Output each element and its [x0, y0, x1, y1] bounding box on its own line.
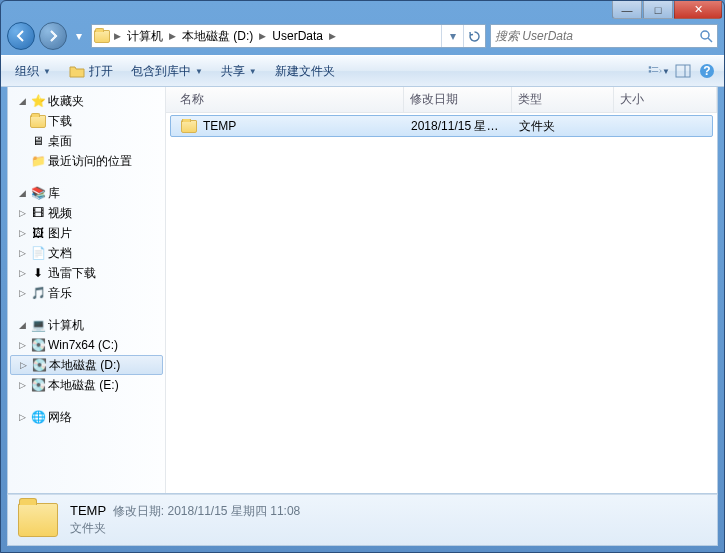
- sidebar-item-music[interactable]: ▷🎵音乐: [8, 283, 165, 303]
- svg-rect-3: [652, 67, 658, 68]
- video-icon: 🎞: [30, 205, 46, 221]
- computer-icon: 💻: [30, 317, 46, 333]
- titlebar: — □ ✕: [1, 1, 724, 21]
- minimize-button[interactable]: —: [612, 1, 642, 19]
- svg-line-1: [708, 38, 712, 42]
- network-group: ▷🌐网络: [8, 407, 165, 427]
- sidebar-item-thunder[interactable]: ▷⬇迅雷下载: [8, 263, 165, 283]
- item-type: 文件夹: [513, 118, 613, 135]
- chevron-right-icon[interactable]: ▶: [167, 31, 178, 41]
- drive-icon: 💽: [30, 377, 46, 393]
- details-pane: TEMP 修改日期: 2018/11/15 星期四 11:08 文件夹: [7, 494, 718, 546]
- music-icon: 🎵: [30, 285, 46, 301]
- picture-icon: 🖼: [30, 225, 46, 241]
- maximize-button[interactable]: □: [643, 1, 673, 19]
- network-icon: 🌐: [30, 409, 46, 425]
- chevron-right-icon[interactable]: ▶: [257, 31, 268, 41]
- svg-rect-4: [649, 70, 651, 72]
- details-date-label: 修改日期:: [113, 504, 164, 518]
- open-folder-icon: [69, 64, 85, 78]
- sidebar-item-recent[interactable]: 📁最近访问的位置: [8, 151, 165, 171]
- item-date: 2018/11/15 星期...: [405, 118, 513, 135]
- document-icon: 📄: [30, 245, 46, 261]
- arrow-left-icon: [14, 29, 28, 43]
- breadcrumb-computer[interactable]: 计算机: [123, 25, 167, 47]
- svg-text:?: ?: [703, 64, 710, 78]
- sidebar-item-documents[interactable]: ▷📄文档: [8, 243, 165, 263]
- sidebar-item-drive-e[interactable]: ▷💽本地磁盘 (E:): [8, 375, 165, 395]
- details-type: 文件夹: [70, 520, 300, 537]
- item-name: TEMP: [203, 119, 236, 133]
- new-folder-button[interactable]: 新建文件夹: [267, 59, 343, 84]
- open-button[interactable]: 打开: [61, 59, 121, 84]
- view-options-button[interactable]: ▼: [648, 60, 670, 82]
- folder-icon: [92, 30, 112, 43]
- computer-header[interactable]: ◢💻计算机: [8, 315, 165, 335]
- thunder-icon: ⬇: [30, 265, 46, 281]
- nav-row: ▾ ▶ 计算机 ▶ 本地磁盘 (D:) ▶ UserData ▶ ▾: [1, 21, 724, 55]
- refresh-button[interactable]: [463, 25, 485, 47]
- computer-group: ◢💻计算机 ▷💽Win7x64 (C:) ▷💽本地磁盘 (D:) ▷💽本地磁盘 …: [8, 315, 165, 395]
- organize-button[interactable]: 组织▼: [7, 59, 59, 84]
- libraries-header[interactable]: ◢📚库: [8, 183, 165, 203]
- svg-point-0: [701, 31, 709, 39]
- arrow-right-icon: [46, 29, 60, 43]
- close-button[interactable]: ✕: [674, 1, 722, 19]
- help-icon: ?: [699, 63, 715, 79]
- column-size[interactable]: 大小: [614, 87, 717, 112]
- desktop-icon: 🖥: [30, 133, 46, 149]
- search-box[interactable]: [490, 24, 718, 48]
- drive-icon: 💽: [30, 337, 46, 353]
- favorites-group: ◢⭐收藏夹 下载 🖥桌面 📁最近访问的位置: [8, 91, 165, 171]
- download-folder-icon: [30, 113, 46, 129]
- refresh-icon: [468, 30, 481, 43]
- body: ◢⭐收藏夹 下载 🖥桌面 📁最近访问的位置 ◢📚库 ▷🎞视频 ▷🖼图片 ▷📄文档…: [7, 87, 718, 494]
- svg-rect-6: [676, 65, 690, 77]
- sidebar-item-pictures[interactable]: ▷🖼图片: [8, 223, 165, 243]
- include-library-button[interactable]: 包含到库中▼: [123, 59, 211, 84]
- share-button[interactable]: 共享▼: [213, 59, 265, 84]
- column-date[interactable]: 修改日期: [404, 87, 512, 112]
- search-input[interactable]: [495, 29, 699, 43]
- toolbar: 组织▼ 打开 包含到库中▼ 共享▼ 新建文件夹 ▼ ?: [1, 55, 724, 87]
- preview-pane-icon: [675, 64, 691, 78]
- column-type[interactable]: 类型: [512, 87, 614, 112]
- back-button[interactable]: [7, 22, 35, 50]
- chevron-right-icon[interactable]: ▶: [327, 31, 338, 41]
- library-icon: 📚: [30, 185, 46, 201]
- libraries-group: ◢📚库 ▷🎞视频 ▷🖼图片 ▷📄文档 ▷⬇迅雷下载 ▷🎵音乐: [8, 183, 165, 303]
- folder-large-icon: [18, 503, 58, 537]
- drive-icon: 💽: [31, 357, 47, 373]
- details-name: TEMP: [70, 503, 106, 518]
- address-bar[interactable]: ▶ 计算机 ▶ 本地磁盘 (D:) ▶ UserData ▶ ▾: [91, 24, 486, 48]
- nav-history-dropdown[interactable]: ▾: [71, 25, 87, 47]
- folder-icon: [181, 120, 197, 133]
- forward-button[interactable]: [39, 22, 67, 50]
- file-list-pane: 名称 修改日期 类型 大小 TEMP 2018/11/15 星期... 文件夹: [166, 87, 717, 493]
- breadcrumb-folder[interactable]: UserData: [268, 25, 327, 47]
- nav-pane: ◢⭐收藏夹 下载 🖥桌面 📁最近访问的位置 ◢📚库 ▷🎞视频 ▷🖼图片 ▷📄文档…: [8, 87, 166, 493]
- network-header[interactable]: ▷🌐网络: [8, 407, 165, 427]
- list-item[interactable]: TEMP 2018/11/15 星期... 文件夹: [170, 115, 713, 137]
- details-date-value: 2018/11/15 星期四 11:08: [167, 504, 300, 518]
- view-icon: [648, 64, 662, 78]
- search-icon[interactable]: [699, 29, 713, 43]
- file-list[interactable]: TEMP 2018/11/15 星期... 文件夹: [166, 113, 717, 493]
- column-headers: 名称 修改日期 类型 大小: [166, 87, 717, 113]
- breadcrumb-drive[interactable]: 本地磁盘 (D:): [178, 25, 257, 47]
- sidebar-item-downloads[interactable]: 下载: [8, 111, 165, 131]
- svg-rect-2: [649, 66, 651, 68]
- help-button[interactable]: ?: [696, 60, 718, 82]
- column-name[interactable]: 名称: [166, 87, 404, 112]
- sidebar-item-drive-c[interactable]: ▷💽Win7x64 (C:): [8, 335, 165, 355]
- recent-icon: 📁: [30, 153, 46, 169]
- favorites-header[interactable]: ◢⭐收藏夹: [8, 91, 165, 111]
- svg-rect-5: [652, 71, 658, 72]
- sidebar-item-desktop[interactable]: 🖥桌面: [8, 131, 165, 151]
- preview-pane-button[interactable]: [672, 60, 694, 82]
- chevron-right-icon[interactable]: ▶: [112, 31, 123, 41]
- sidebar-item-videos[interactable]: ▷🎞视频: [8, 203, 165, 223]
- star-icon: ⭐: [30, 93, 46, 109]
- address-dropdown-button[interactable]: ▾: [441, 25, 463, 47]
- sidebar-item-drive-d[interactable]: ▷💽本地磁盘 (D:): [10, 355, 163, 375]
